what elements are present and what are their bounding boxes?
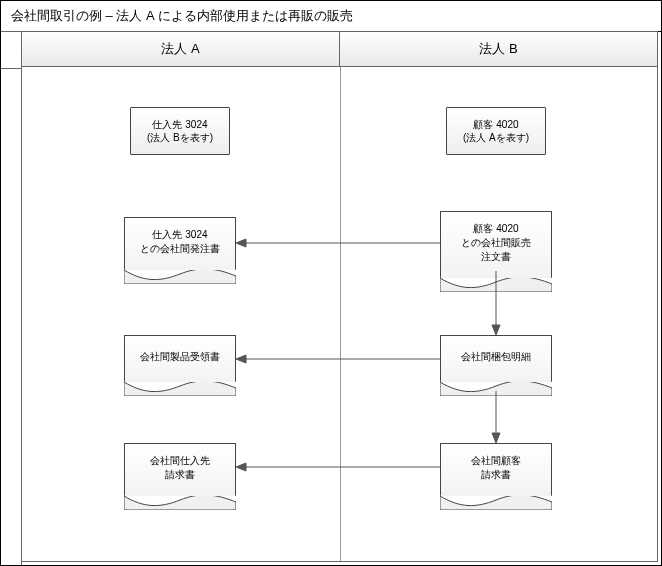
doc-vendor-invoice: 会社間仕入先 請求書 bbox=[124, 443, 236, 510]
doc-so-line2: との会社間販売 bbox=[461, 237, 531, 248]
svg-marker-9 bbox=[492, 433, 500, 443]
diagram-title: 会社間取引の例 – 法人 A による内部使用または再販の販売 bbox=[1, 1, 661, 32]
doc-po-line1: 仕入先 3024 bbox=[152, 229, 207, 240]
doc-so-line3: 注文書 bbox=[481, 251, 511, 262]
doc-vendinv-line1: 会社間仕入先 bbox=[150, 455, 210, 466]
doc-wave-icon bbox=[124, 496, 236, 510]
diagram-body: 法人 A 法人 B 仕入先 3024 (法人 Bを表す) 顧客 4020 (法人… bbox=[1, 31, 661, 565]
arrow-packing-to-custinv bbox=[490, 391, 502, 443]
column-header-entity-b: 法人 B bbox=[339, 31, 658, 67]
box-customer-4020-line1: 顧客 4020 bbox=[473, 118, 518, 132]
box-supplier-3024-line2: (法人 Bを表す) bbox=[147, 131, 213, 145]
arrow-so-to-packing bbox=[490, 271, 502, 335]
doc-product-receipt: 会社間製品受領書 bbox=[124, 335, 236, 396]
left-margin-band bbox=[1, 31, 22, 565]
doc-receipt-line1: 会社間製品受領書 bbox=[140, 351, 220, 362]
svg-marker-3 bbox=[236, 355, 246, 363]
column-divider bbox=[340, 67, 341, 561]
box-supplier-3024: 仕入先 3024 (法人 Bを表す) bbox=[130, 107, 230, 155]
doc-customer-invoice: 会社間顧客 請求書 bbox=[440, 443, 552, 510]
doc-custinv-line2: 請求書 bbox=[481, 469, 511, 480]
doc-intercompany-po: 仕入先 3024 との会社間発注書 bbox=[124, 217, 236, 284]
svg-marker-7 bbox=[492, 325, 500, 335]
arrow-so-to-po bbox=[236, 237, 440, 249]
diagram-frame: 会社間取引の例 – 法人 A による内部使用または再販の販売 法人 A 法人 B… bbox=[0, 0, 662, 566]
arrow-custinv-to-vendinv bbox=[236, 461, 440, 473]
doc-packing-slip: 会社間梱包明細 bbox=[440, 335, 552, 396]
box-customer-4020-line2: (法人 Aを表す) bbox=[463, 131, 529, 145]
diagram-canvas: 仕入先 3024 (法人 Bを表す) 顧客 4020 (法人 Aを表す) 仕入先… bbox=[21, 67, 658, 562]
box-supplier-3024-line1: 仕入先 3024 bbox=[152, 118, 207, 132]
doc-wave-icon bbox=[124, 382, 236, 396]
doc-wave-icon bbox=[440, 496, 552, 510]
doc-packing-line1: 会社間梱包明細 bbox=[461, 351, 531, 362]
column-header-entity-a: 法人 A bbox=[21, 31, 339, 67]
svg-marker-1 bbox=[236, 239, 246, 247]
doc-custinv-line1: 会社間顧客 bbox=[471, 455, 521, 466]
doc-wave-icon bbox=[124, 270, 236, 284]
doc-so-line1: 顧客 4020 bbox=[473, 223, 518, 234]
column-headers: 法人 A 法人 B bbox=[21, 31, 658, 67]
svg-marker-5 bbox=[236, 463, 246, 471]
doc-po-line2: との会社間発注書 bbox=[140, 243, 220, 254]
arrow-packing-to-receipt bbox=[236, 353, 440, 365]
box-customer-4020: 顧客 4020 (法人 Aを表す) bbox=[446, 107, 546, 155]
doc-vendinv-line2: 請求書 bbox=[165, 469, 195, 480]
